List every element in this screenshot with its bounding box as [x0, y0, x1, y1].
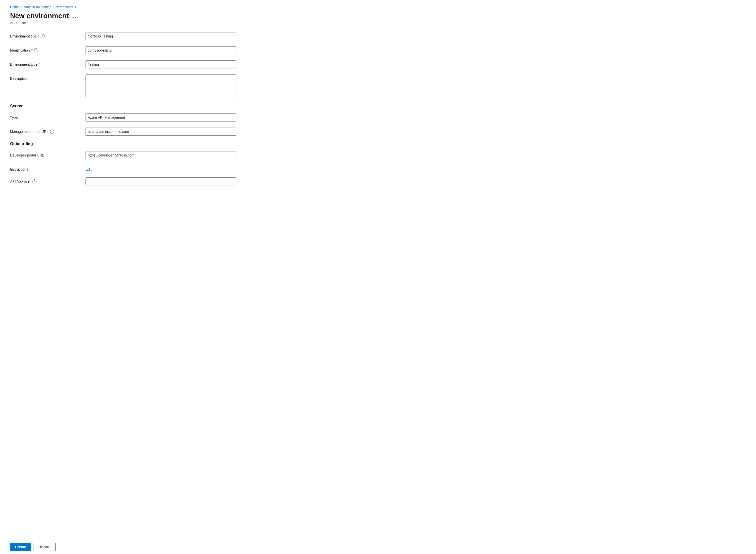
- developer-portal-url-control-col: [85, 151, 236, 159]
- description-textarea[interactable]: [85, 74, 236, 97]
- server-type-control-col: Azure API Management AWS API Gateway Cus…: [85, 113, 236, 121]
- page-subtitle: API Center: [10, 21, 292, 25]
- server-type-label-col: Type: [10, 113, 80, 119]
- instructions-control-col: Edit: [85, 165, 236, 171]
- environment-title-required: *: [38, 34, 39, 38]
- environment-type-control-col: Testing Production Staging Development ⌄: [85, 60, 236, 68]
- instructions-row: Instructions Edit: [10, 165, 236, 171]
- server-type-label: Type: [10, 115, 18, 119]
- breadcrumb-sep-2: >: [75, 5, 76, 9]
- environment-title-label: Environment title: [10, 34, 36, 38]
- environment-title-control-col: [85, 32, 236, 40]
- environment-type-row: Environment type * Testing Production St…: [10, 60, 236, 68]
- management-portal-url-label-col: Management portal URL i: [10, 127, 80, 133]
- description-label: Description: [10, 76, 28, 80]
- management-portal-url-label: Management portal URL: [10, 129, 49, 133]
- identification-input[interactable]: [85, 46, 236, 54]
- identification-row: Identification * i: [10, 46, 236, 54]
- identification-control-col: [85, 46, 236, 54]
- action-bar: Create Discard: [0, 540, 756, 554]
- environment-title-label-col: Environment title * i: [10, 32, 80, 38]
- identification-required: *: [32, 48, 33, 52]
- api-approver-label: API Approver: [10, 179, 31, 183]
- environment-type-label: Environment type: [10, 62, 38, 66]
- developer-portal-url-row: Developer portal URL: [10, 151, 236, 159]
- breadcrumb-sep-1: >: [20, 5, 22, 9]
- more-options-button[interactable]: ...: [71, 12, 80, 20]
- page-header: New environment ...: [10, 12, 292, 20]
- environment-type-required: *: [39, 62, 40, 66]
- api-approver-row: API Approver i: [10, 177, 236, 185]
- environment-type-select-wrapper: Testing Production Staging Development ⌄: [85, 60, 236, 68]
- breadcrumb-environments[interactable]: contoso-api-center | Environments: [24, 5, 73, 9]
- description-row: Description: [10, 74, 236, 98]
- environment-title-input[interactable]: [85, 32, 236, 40]
- onboarding-section: Onboarding: [10, 142, 236, 146]
- description-control-col: [85, 74, 236, 98]
- environment-title-info-icon[interactable]: i: [41, 34, 45, 38]
- instructions-edit-link[interactable]: Edit: [85, 165, 92, 171]
- breadcrumb: Home > contoso-api-center | Environments…: [10, 5, 292, 9]
- server-type-select[interactable]: Azure API Management AWS API Gateway Cus…: [85, 113, 236, 121]
- management-portal-url-row: Management portal URL i: [10, 127, 236, 135]
- api-approver-info-icon[interactable]: i: [33, 179, 37, 183]
- environment-type-select[interactable]: Testing Production Staging Development: [85, 60, 236, 68]
- create-button[interactable]: Create: [10, 543, 31, 551]
- environment-type-label-col: Environment type *: [10, 60, 80, 66]
- instructions-label-col: Instructions: [10, 165, 80, 171]
- developer-portal-url-input[interactable]: [85, 151, 236, 159]
- instructions-label: Instructions: [10, 167, 28, 171]
- server-type-select-wrapper: Azure API Management AWS API Gateway Cus…: [85, 113, 236, 121]
- breadcrumb-home[interactable]: Home: [10, 5, 19, 9]
- server-type-row: Type Azure API Management AWS API Gatewa…: [10, 113, 236, 121]
- new-environment-form: Environment title * i Identification * i…: [10, 32, 236, 185]
- identification-label: Identification: [10, 48, 30, 52]
- management-portal-url-info-icon[interactable]: i: [50, 129, 54, 133]
- api-approver-control-col: [85, 177, 236, 185]
- discard-button[interactable]: Discard: [33, 543, 56, 551]
- identification-info-icon[interactable]: i: [34, 48, 38, 52]
- identification-label-col: Identification * i: [10, 46, 80, 52]
- developer-portal-url-label: Developer portal URL: [10, 153, 44, 157]
- environment-title-row: Environment title * i: [10, 32, 236, 40]
- developer-portal-url-label-col: Developer portal URL: [10, 151, 80, 157]
- server-section: Server: [10, 104, 236, 108]
- api-approver-input[interactable]: [85, 177, 236, 185]
- description-label-col: Description: [10, 74, 80, 80]
- management-portal-url-input[interactable]: [85, 127, 236, 135]
- server-section-header: Server: [10, 104, 236, 108]
- onboarding-section-header: Onboarding: [10, 142, 236, 146]
- management-portal-url-control-col: [85, 127, 236, 135]
- api-approver-label-col: API Approver i: [10, 177, 80, 183]
- page-title: New environment: [10, 12, 69, 20]
